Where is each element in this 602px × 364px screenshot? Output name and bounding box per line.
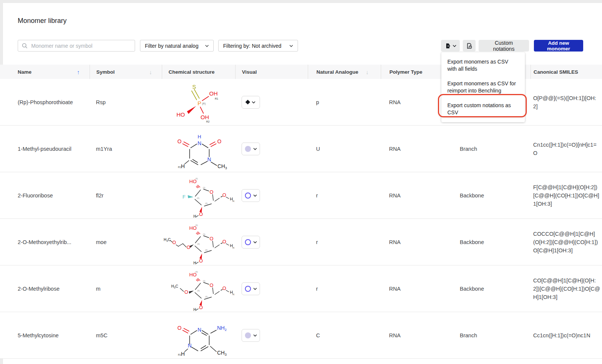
table-row: 1-Methyl-pseudouracil m1Yra O O: [0, 126, 602, 172]
svg-text:O: O: [187, 245, 190, 250]
monomer-type: Backbone: [453, 193, 531, 199]
add-new-monomer-button[interactable]: Add new monomer: [534, 40, 583, 52]
visual-select[interactable]: [242, 143, 260, 155]
table-row: 5-Methylcytosine m5C O N NH: [0, 312, 602, 359]
visual-select[interactable]: [242, 189, 260, 202]
monomer-symbol: moe: [90, 239, 162, 245]
svg-text:O: O: [177, 325, 181, 331]
column-header-canonical-smiles[interactable]: Canonical SMILES: [531, 65, 602, 79]
visual-cell: [235, 236, 308, 249]
chevron-down-icon: [253, 288, 257, 290]
monomer-name: 1-Methyl-pseudouracil: [0, 146, 90, 152]
monomer-name: 2-O-Methoxyethylrib...: [0, 239, 90, 245]
chevron-down-icon: [252, 101, 255, 103]
svg-text:(R): (R): [197, 197, 199, 199]
menu-item-export-custom-notations[interactable]: Export custom notations as CSV: [441, 98, 525, 120]
natural-analogue: r: [308, 193, 381, 199]
sort-descending-icon: ↓: [366, 69, 369, 75]
svg-text:O: O: [184, 289, 188, 295]
column-header-canonical-smiles-label: Canonical SMILES: [534, 69, 578, 75]
svg-text:HO: HO: [176, 111, 185, 118]
monomer-symbol: m5C: [90, 332, 162, 338]
chevron-down-icon: [253, 334, 257, 337]
export-menu-button[interactable]: [441, 40, 460, 52]
svg-text:O: O: [222, 239, 226, 244]
column-header-name[interactable]: Name ↑: [0, 65, 90, 79]
filter-natural-analog-dropdown[interactable]: Filter by natural analog: [140, 40, 214, 52]
menu-item-export-all-fields[interactable]: Export monomers as CSV with all fields: [441, 55, 525, 76]
search-input[interactable]: [30, 42, 131, 49]
filter-archived-label: Filtering by: Not archived: [223, 43, 281, 49]
monomer-type: Branch: [453, 332, 531, 338]
sort-descending-icon: ↓: [149, 69, 152, 75]
svg-text:O: O: [209, 282, 213, 288]
monomer-name: 2-Fluororibose: [0, 193, 90, 199]
svg-text:(S): (S): [203, 280, 205, 282]
svg-text:R1: R1: [233, 200, 234, 202]
natural-analogue: p: [308, 99, 381, 105]
polymer-type: RNA: [381, 193, 453, 199]
window-edge-top: [0, 0, 602, 3]
svg-text:O: O: [222, 285, 226, 291]
filled-circle-shape-icon: [245, 146, 251, 152]
monomer-name: 5-Methylcytosine: [0, 332, 90, 338]
table-row: 2-O-Methylribose m O HO (R) (S) (R): [0, 265, 602, 312]
visual-cell: [235, 143, 308, 155]
filled-circle-shape-icon: [245, 332, 251, 338]
svg-text:S: S: [192, 83, 196, 90]
visual-select[interactable]: [242, 236, 260, 249]
svg-text:OH: OH: [201, 114, 209, 120]
visual-select[interactable]: [242, 329, 260, 342]
svg-text:(R): (R): [202, 102, 206, 105]
svg-text:(R): (R): [195, 177, 198, 180]
monomer-symbol: Rsp: [90, 99, 162, 105]
monomer-type: Backbone: [453, 239, 531, 245]
menu-item-export-reimport[interactable]: Export monomers as CSV for reimport into…: [441, 76, 525, 98]
svg-text:N: N: [197, 327, 201, 333]
chevron-down-icon: [253, 148, 257, 150]
filter-archived-dropdown[interactable]: Filtering by: Not archived: [218, 40, 298, 52]
svg-text:O: O: [209, 189, 213, 195]
polymer-type: RNA: [381, 332, 453, 338]
chevron-down-icon: [253, 241, 257, 243]
visual-cell: [235, 96, 308, 109]
visual-select[interactable]: [242, 96, 260, 109]
chevron-down-icon: [289, 45, 293, 47]
canonical-smiles: CO[C@@H]1[C@H](O[H:2])[C@@H](CO[H:1])O[C…: [531, 276, 602, 301]
svg-text:(R): (R): [195, 271, 198, 273]
svg-text:O: O: [222, 192, 226, 198]
svg-text:O: O: [177, 138, 181, 144]
column-header-visual[interactable]: Visual: [235, 65, 308, 79]
monomer-library-page: Monomer library Filter by natural analog…: [0, 0, 602, 364]
column-header-natural-analogue[interactable]: Natural Analogue ↓: [308, 65, 381, 79]
svg-text:OH: OH: [209, 90, 218, 97]
column-header-symbol-label: Symbol: [96, 69, 115, 75]
open-circle-shape-icon: [245, 193, 251, 199]
chevron-down-icon: [205, 45, 209, 47]
svg-text:H: H: [193, 261, 196, 264]
canonical-smiles: Cc1cn([H:1])c(=O)nc1N: [531, 331, 602, 340]
column-header-symbol[interactable]: Symbol ↓: [90, 65, 162, 79]
svg-text:R1: R1: [215, 97, 218, 100]
search-box[interactable]: [18, 40, 135, 52]
export-history-button[interactable]: [463, 40, 476, 52]
filter-natural-analog-label: Filter by natural analog: [145, 43, 198, 49]
column-header-visual-label: Visual: [242, 69, 257, 75]
chemical-structure-phosphorothioate: S P (R) OH R1 HO OH R2: [162, 81, 235, 123]
monomer-name: 2-O-Methylribose: [0, 286, 90, 292]
svg-text:H3C: H3C: [171, 284, 178, 289]
diamond-shape-icon: [245, 100, 250, 105]
svg-text:N: N: [197, 140, 201, 146]
natural-analogue: C: [308, 332, 381, 338]
svg-text:(R): (R): [197, 290, 200, 292]
custom-notations-button[interactable]: Custom notations: [479, 40, 529, 52]
polymer-type: RNA: [381, 239, 453, 245]
svg-text:R1: R1: [233, 247, 234, 249]
svg-text:O: O: [199, 211, 202, 217]
column-header-chemical-structure[interactable]: Chemical structure: [162, 65, 235, 79]
visual-select[interactable]: [242, 282, 260, 295]
open-circle-shape-icon: [245, 239, 251, 245]
svg-text:N: N: [187, 343, 191, 349]
svg-text:CH3: CH3: [217, 163, 227, 170]
svg-text:H: H: [198, 134, 201, 140]
